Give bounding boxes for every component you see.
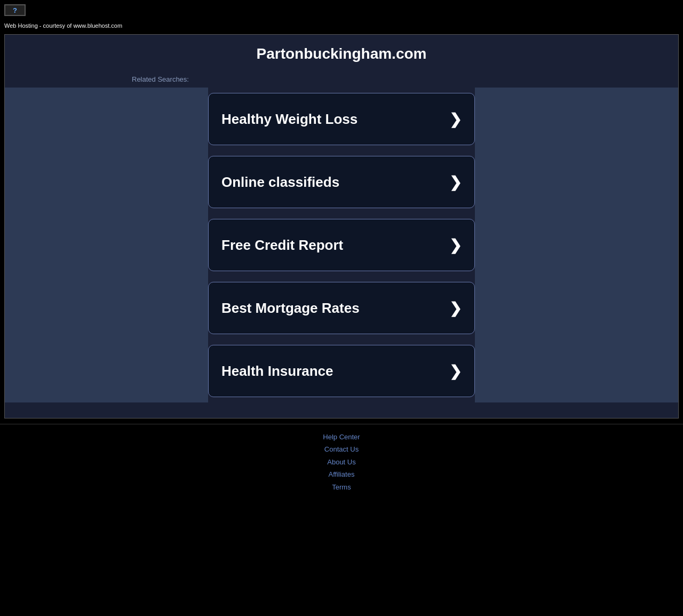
search-card-free-credit-report[interactable]: Free Credit Report❯ <box>208 219 475 271</box>
search-card-healthy-weight-loss[interactable]: Healthy Weight Loss❯ <box>208 93 475 145</box>
question-icon: ? <box>13 6 17 14</box>
top-bar: ? <box>0 0 683 20</box>
search-card-label-free-credit-report: Free Credit Report <box>221 237 343 254</box>
main-frame: Partonbuckingham.com Related Searches: H… <box>4 34 679 418</box>
left-accent-health-insurance <box>5 339 208 402</box>
left-accent-online-classifieds <box>5 151 208 214</box>
right-accent-health-insurance <box>475 339 678 402</box>
search-card-label-online-classifieds: Online classifieds <box>221 174 339 191</box>
search-row-best-mortgage-rates: Best Mortgage Rates❯ <box>5 277 678 339</box>
chevron-right-icon-health-insurance: ❯ <box>449 362 462 380</box>
related-searches-label: Related Searches: <box>5 68 678 88</box>
search-row-healthy-weight-loss: Healthy Weight Loss❯ <box>5 88 678 151</box>
right-accent-free-credit-report <box>475 214 678 277</box>
chevron-right-icon-online-classifieds: ❯ <box>449 173 462 191</box>
search-row-health-insurance: Health Insurance❯ <box>5 339 678 402</box>
footer-link-affiliates[interactable]: Affiliates <box>0 468 683 480</box>
right-accent-healthy-weight-loss <box>475 88 678 151</box>
footer-link-terms[interactable]: Terms <box>0 481 683 493</box>
footer-link-help-center[interactable]: Help Center <box>0 431 683 443</box>
footer-link-contact-us[interactable]: Contact Us <box>0 443 683 455</box>
chevron-right-icon-free-credit-report: ❯ <box>449 236 462 254</box>
site-header: Partonbuckingham.com <box>5 35 678 68</box>
left-accent-healthy-weight-loss <box>5 88 208 151</box>
search-card-online-classifieds[interactable]: Online classifieds❯ <box>208 156 475 208</box>
site-title: Partonbuckingham.com <box>10 45 673 62</box>
search-row-free-credit-report: Free Credit Report❯ <box>5 214 678 277</box>
search-rows-container: Healthy Weight Loss❯Online classifieds❯F… <box>5 88 678 402</box>
right-accent-online-classifieds <box>475 151 678 214</box>
right-accent-best-mortgage-rates <box>475 277 678 339</box>
hosting-notice: Web Hosting - courtesy of www.bluehost.c… <box>0 20 683 34</box>
search-card-best-mortgage-rates[interactable]: Best Mortgage Rates❯ <box>208 282 475 334</box>
question-icon-box[interactable]: ? <box>4 4 26 16</box>
chevron-right-icon-best-mortgage-rates: ❯ <box>449 299 462 317</box>
footer-links: Help CenterContact UsAbout UsAffiliatesT… <box>0 424 683 504</box>
search-card-label-health-insurance: Health Insurance <box>221 363 333 380</box>
search-row-online-classifieds: Online classifieds❯ <box>5 151 678 214</box>
search-card-health-insurance[interactable]: Health Insurance❯ <box>208 345 475 397</box>
search-card-label-healthy-weight-loss: Healthy Weight Loss <box>221 111 358 128</box>
chevron-right-icon-healthy-weight-loss: ❯ <box>449 110 462 128</box>
left-accent-best-mortgage-rates <box>5 277 208 339</box>
footer-links-container: Help CenterContact UsAbout UsAffiliatesT… <box>0 431 683 493</box>
footer-link-about-us[interactable]: About Us <box>0 456 683 468</box>
left-accent-free-credit-report <box>5 214 208 277</box>
search-card-label-best-mortgage-rates: Best Mortgage Rates <box>221 300 360 317</box>
content-area: Related Searches: Healthy Weight Loss❯On… <box>5 68 678 402</box>
